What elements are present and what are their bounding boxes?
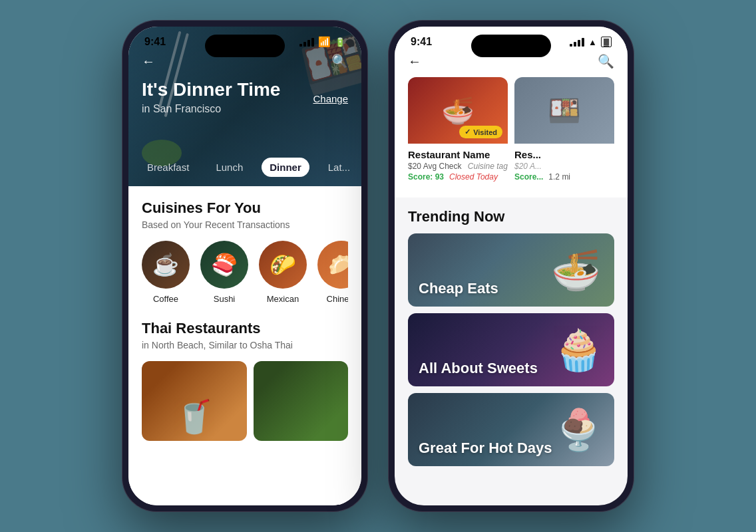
change-button[interactable]: Change <box>313 93 348 104</box>
cuisine-mexican-label: Mexican <box>267 294 299 304</box>
trending-card-all-sweets[interactable]: 🧁 All About Sweets <box>408 313 614 386</box>
phone2-scroll: 9:41 ▲ ▓ ← 🔍 <box>395 27 628 467</box>
dynamic-island-2 <box>471 35 551 57</box>
hero-content: ← 🔍 It's Dinner Time in San Francisco Ch… <box>128 53 361 115</box>
battery-icon: 🔋 <box>335 37 345 47</box>
restaurant-name-2: Res... <box>514 149 614 160</box>
restaurant-card-1-image: 🍜 ✓ Visited <box>408 77 508 144</box>
thai-images: 🥤 <box>142 361 348 441</box>
signal-icon-2 <box>570 38 584 47</box>
restaurant-cards-row: 🍜 ✓ Visited Restaurant Name $20 Avg Chec… <box>395 77 628 198</box>
tab-lunch[interactable]: Lunch <box>208 158 251 177</box>
sushi-icon: 🍣 <box>211 252 238 277</box>
cuisine-row: ☕ Coffee 🍣 Sushi 🌮 <box>142 241 348 304</box>
visited-label: Visited <box>473 128 497 136</box>
cuisine-tag-1: Cuisine tag <box>468 162 508 171</box>
cuisine-coffee-label: Coffee <box>153 294 178 304</box>
cuisines-subtitle: Based on Your Recent Transactions <box>142 219 348 230</box>
battery-icon-2: ▓ <box>601 37 612 47</box>
status-time-1: 9:41 <box>144 36 166 48</box>
trending-card-cheap-eats[interactable]: 🍜 Cheap Eats <box>408 233 614 307</box>
status-icons-2: ▲ ▓ <box>570 37 612 47</box>
restaurant-score-row-1: Score: 93 Closed Today <box>408 172 508 182</box>
check-icon: ✓ <box>465 128 471 136</box>
cuisine-chinese[interactable]: 🥟 Chine... <box>317 241 348 304</box>
mexican-icon: 🌮 <box>270 252 296 277</box>
all-sweets-label: All About Sweets <box>408 350 548 386</box>
coffee-icon: ☕ <box>152 252 179 277</box>
signal-icon <box>299 38 314 47</box>
hot-days-label: Great For Hot Days <box>408 430 563 466</box>
scroll-content-1: Cuisines For You Based on Your Recent Tr… <box>128 186 361 505</box>
score-1: Score: 93 <box>408 172 444 182</box>
wifi-icon: 📶 <box>318 36 331 48</box>
cuisine-mexican-circle: 🌮 <box>259 241 307 289</box>
sweets-food-icon: 🧁 <box>554 327 604 374</box>
status-1: Closed Today <box>449 172 498 182</box>
thai-image-2[interactable] <box>254 361 348 441</box>
avg-check-1: $20 Avg Check <box>408 162 462 171</box>
cuisine-mexican[interactable]: 🌮 Mexican <box>259 241 307 304</box>
distance-1: 1.2 mi <box>548 172 570 182</box>
trending-section: Trending Now 🍜 Cheap Eats 🧁 All About Sw… <box>395 198 628 467</box>
trending-title: Trending Now <box>408 208 614 225</box>
cuisines-section: Cuisines For You Based on Your Recent Tr… <box>142 200 348 304</box>
search-icon[interactable]: 🔍 <box>331 53 348 69</box>
cuisine-chinese-circle: 🥟 <box>317 241 348 289</box>
phone-2: 9:41 ▲ ▓ ← 🔍 <box>388 20 634 512</box>
cheap-eats-label: Cheap Eats <box>408 271 509 307</box>
restaurant-score-row-2: Score... 1.2 mi <box>514 172 614 182</box>
phones-container: 🍱 9:41 📶 🔋 <box>122 20 634 512</box>
score-2: Score... <box>514 172 543 182</box>
cuisine-sushi-label: Sushi <box>214 294 236 304</box>
cuisine-coffee[interactable]: ☕ Coffee <box>142 241 190 304</box>
restaurant-info-1: Restaurant Name $20 Avg Check Cuisine ta… <box>408 144 508 187</box>
visited-badge: ✓ Visited <box>459 126 502 138</box>
cuisine-sushi-circle: 🍣 <box>200 241 248 289</box>
status-icons-1: 📶 🔋 <box>299 36 345 48</box>
food-icon-2: 🍱 <box>514 77 614 144</box>
cheap-eats-food-icon: 🍜 <box>551 247 601 294</box>
search-icon-2[interactable]: 🔍 <box>598 53 614 69</box>
thai-image-1[interactable]: 🥤 <box>142 361 247 441</box>
thai-title: Thai Restaurants <box>142 320 348 337</box>
dynamic-island-1 <box>205 35 285 57</box>
tab-late[interactable]: Lat... <box>320 158 358 177</box>
cuisine-coffee-circle: ☕ <box>142 241 190 289</box>
thai-section: Thai Restaurants in North Beach, Similar… <box>142 320 348 441</box>
thai-subtitle: in North Beach, Similar to Osha Thai <box>142 340 348 350</box>
status-time-2: 9:41 <box>411 36 432 48</box>
restaurant-meta-2: $20 A... <box>514 162 614 171</box>
tab-breakfast[interactable]: Breakfast <box>139 158 197 177</box>
tab-dinner[interactable]: Dinner <box>262 158 309 177</box>
restaurant-info-2: Res... $20 A... Score... 1.2 mi <box>514 144 614 187</box>
phone-1: 🍱 9:41 📶 🔋 <box>122 20 368 512</box>
meal-tabs: Breakfast Lunch Dinner Lat... <box>128 158 361 177</box>
restaurant-card-1[interactable]: 🍜 ✓ Visited Restaurant Name $20 Avg Chec… <box>408 77 508 187</box>
chinese-icon: 🥟 <box>328 252 348 277</box>
cuisine-chinese-label: Chine... <box>327 294 348 304</box>
hero-subtitle: in San Francisco <box>142 103 348 115</box>
cuisines-title: Cuisines For You <box>142 200 348 217</box>
trending-card-hot-days[interactable]: 🍨 Great For Hot Days <box>408 393 614 466</box>
wifi-icon-2: ▲ <box>588 37 597 47</box>
restaurant-card-2[interactable]: 🍱 Res... $20 A... Score... 1.2 mi <box>514 77 614 187</box>
restaurant-card-2-image: 🍱 <box>514 77 614 144</box>
back-icon[interactable]: ← <box>142 54 155 69</box>
cuisine-sushi[interactable]: 🍣 Sushi <box>200 241 248 304</box>
restaurant-name-1: Restaurant Name <box>408 149 508 160</box>
restaurant-meta-1: $20 Avg Check Cuisine tag <box>408 162 508 171</box>
thai-drink-icon: 🥤 <box>174 398 214 436</box>
back-icon-2[interactable]: ← <box>408 54 421 69</box>
